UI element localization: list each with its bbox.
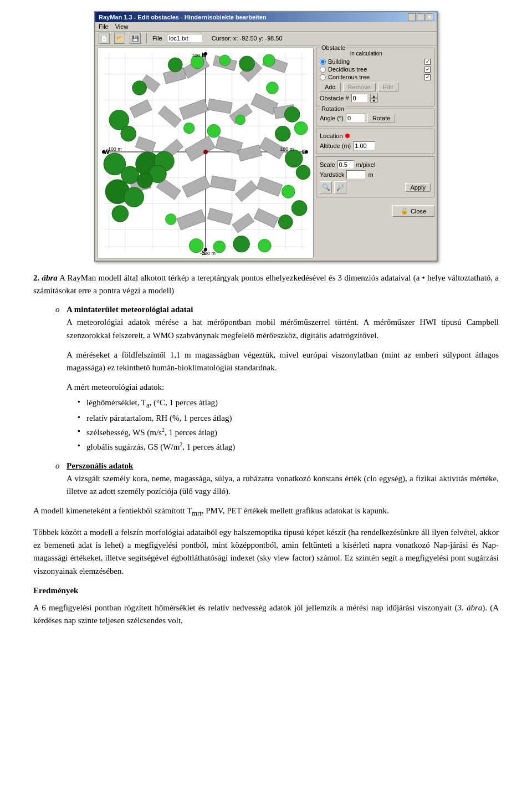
scale-unit: m/pixel [356,161,376,168]
menu-file[interactable]: File [99,23,109,30]
building-label: Building [328,58,422,65]
menu-view[interactable]: View [115,23,129,30]
section-meteo-sub: A mért meteorológiai adatok: [66,381,499,394]
deciduous-radio[interactable] [320,67,326,73]
section-personal: Perszonális adatok A vizsgált személy ko… [66,460,499,498]
svg-point-62 [219,55,231,66]
page-content: 2. ábra A RayMan modell által alkotott t… [33,272,499,628]
in-calc-label: in calculation [320,50,431,57]
altitude-label: Altitude (m) [320,142,351,149]
svg-point-82 [266,82,278,94]
section-meteo: A mintaterület meteorológiai adatai A me… [66,303,499,454]
toolbar-open-button[interactable]: 📂 [114,33,125,44]
apply-button[interactable]: Apply [405,183,431,192]
building-checkbox[interactable]: ✓ [424,59,431,65]
file-input[interactable]: loc1.txt [167,34,203,43]
zoom-in-button[interactable]: 🔍 [320,181,332,193]
rayman-window: RayMan 1.3 - Edit obstacles - Hinderniso… [94,11,438,262]
svg-point-64 [263,54,275,67]
toolbar-new-button[interactable]: 📄 [99,33,110,44]
svg-point-58 [294,121,308,135]
figure-number: 2. ábra [33,273,58,282]
svg-text:100 m: 100 m [280,146,294,152]
section-meteo-heading: A mintaterület meteorológiai adatai [66,305,193,314]
obstacle-num-label: Obstacle # [320,95,349,101]
spin-up[interactable]: ▲ [370,94,378,98]
svg-point-79 [165,213,176,225]
obstacle-group: Obstacle in calculation Building ✓ Decid… [316,48,434,106]
close-button[interactable]: 🔒 Close [392,205,434,217]
svg-point-78 [291,201,307,216]
zoom-row: 🔍 🔎 Apply [320,181,431,193]
location-dot [345,134,350,138]
building-radio[interactable] [320,59,326,65]
maximize-button[interactable]: □ [417,13,424,21]
svg-point-83 [132,81,147,95]
svg-point-55 [124,187,144,207]
svg-point-65 [168,58,182,72]
svg-point-73 [137,173,153,189]
deciduous-label: Decidious tree [328,66,422,73]
location-label: Location [320,133,343,139]
angle-label: Angle (°) [320,115,344,121]
yardstick-row: Yardstick m [320,170,431,179]
figure-caption: 2. ábra A RayMan modell által alkotott t… [33,272,499,297]
meteo-item-2: relatív páratartalom, RH (%, 1 perces át… [78,412,499,425]
remove-button[interactable]: Remove [343,83,376,91]
coniferous-checkbox[interactable]: ✓ [424,74,431,80]
svg-point-80 [278,215,293,229]
meteo-item-4: globális sugárzás, GS (W/m2, 1 perces át… [78,440,499,454]
section-personal-para: A vizsgált személy kora, neme, magassága… [66,472,499,498]
toolbar-separator [146,33,147,43]
yardstick-input[interactable] [346,170,366,179]
svg-point-84 [203,150,208,154]
svg-point-81 [236,115,245,125]
svg-text:E: E [302,149,306,155]
coniferous-label: Coniferous tree [328,74,422,80]
meteo-item-3: szélsebesség, WS (m/s2, 1 perces átlag) [78,426,499,439]
screenshot-container: RayMan 1.3 - Edit obstacles - Hinderniso… [33,11,499,262]
location-group: Location Altitude (m) [316,129,434,154]
toolbar-save-button[interactable]: 💾 [130,33,141,44]
obstacle-num-spin: ▲ ▼ [370,94,378,103]
building-row: Building ✓ [320,58,431,65]
zoom-out-button[interactable]: 🔎 [334,181,346,193]
svg-point-77 [282,185,295,198]
rotation-group: Rotation Angle (°) Rotate [316,109,434,126]
svg-text:-100 m: -100 m [200,251,216,256]
coniferous-radio[interactable] [320,74,326,80]
yardstick-label: Yardstick [320,171,344,178]
section-personal-heading: Perszonális adatok [66,461,133,470]
close-label: Close [411,208,426,215]
angle-input[interactable] [346,114,365,123]
svg-point-75 [207,124,221,137]
meteo-item-1: léghőmérséklet, Ta, (°C, 1 perces átlag) [78,396,499,411]
file-label: File [152,35,162,42]
svg-point-59 [285,150,303,167]
yardstick-unit: m [368,171,373,178]
svg-point-76 [275,126,290,141]
altitude-input[interactable] [353,141,375,150]
deciduous-row: Decidious tree ✓ [320,66,431,73]
spin-down[interactable]: ▼ [370,98,378,103]
edit-button[interactable]: Edit [378,83,398,91]
minimize-button[interactable]: _ [408,13,416,21]
obstacle-num-input[interactable] [351,94,368,103]
cursor-position: Cursor: x: -92.50 y: -98.50 [212,35,283,42]
svg-text:-100 m: -100 m [106,146,122,152]
add-button[interactable]: Add [320,83,341,91]
svg-text:100 m: 100 m [192,53,206,58]
svg-point-57 [284,106,300,122]
map-area[interactable]: N S E W -100 m -100 m 100 m 100 m [98,48,314,258]
eredmenyek-heading: Eredmények [33,584,499,597]
section-meteo-para1: A meteorológiai adatok mérése a hat mérő… [66,316,499,342]
rotation-row: Angle (°) Rotate [320,114,431,123]
scale-input[interactable] [337,160,354,169]
svg-point-74 [183,123,195,134]
rotate-button[interactable]: Rotate [367,114,395,123]
para-morph: Többek között a modell a felszín morfoló… [33,526,499,578]
svg-point-69 [258,239,272,252]
deciduous-checkbox[interactable]: ✓ [424,67,431,73]
close-window-button[interactable]: × [426,13,433,21]
right-panel: Obstacle in calculation Building ✓ Decid… [316,48,434,258]
